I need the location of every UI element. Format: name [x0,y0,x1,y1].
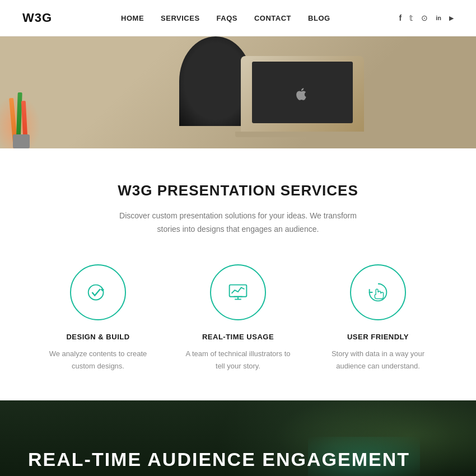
services-section: W3G PRESENTATION SERVICES Discover custo… [0,148,476,400]
services-cards: DESIGN & BUILD We analyze contents to cr… [22,264,454,372]
nav-item-home[interactable]: HOME [121,13,144,23]
nav-item-services[interactable]: SERVICES [161,13,200,23]
banner-title: REAL-TIME AUDIENCE ENGAGEMENT [28,449,410,470]
logo[interactable]: W3G [22,11,52,25]
nav-item-faqs[interactable]: FAQS [217,13,237,23]
service-card-user-friendly: USER FRIENDLY Story with data in a way y… [325,264,431,372]
laptop-base [235,132,370,137]
realtime-icon-circle [210,264,266,320]
design-build-icon [85,279,111,305]
nav-item-blog[interactable]: BLOG [308,13,330,23]
design-build-desc: We analyze contents to create custom des… [45,348,151,372]
twitter-icon[interactable]: 𝕥 [409,13,413,22]
svg-point-0 [88,284,104,300]
design-build-title: DESIGN & BUILD [66,333,129,341]
realtime-usage-icon [225,279,251,305]
nav-links: HOME SERVICES FAQS CONTACT BLOG [121,13,330,23]
facebook-icon[interactable]: f [399,13,402,22]
navigation: W3G HOME SERVICES FAQS CONTACT BLOG f 𝕥 … [0,0,476,36]
nav-link-contact[interactable]: CONTACT [254,14,291,22]
user-friendly-icon-circle [350,264,406,320]
service-card-design-build: DESIGN & BUILD We analyze contents to cr… [45,264,151,372]
user-friendly-icon [365,279,391,305]
user-friendly-desc: Story with data in a way your audience c… [325,348,431,372]
youtube-icon[interactable]: ▶ [449,15,454,22]
services-description: Discover custom presentation solutions f… [109,209,367,236]
apple-logo-icon [294,87,309,101]
pencils-decoration [8,81,36,148]
instagram-icon[interactable]: ⊙ [421,13,428,22]
service-card-realtime: REAL-TIME USAGE A team of technical illu… [185,264,291,372]
linkedin-icon[interactable]: in [436,15,441,21]
nav-item-contact[interactable]: CONTACT [254,13,291,23]
laptop-body [241,56,364,137]
services-title: W3G PRESENTATION SERVICES [22,182,454,199]
user-friendly-title: USER FRIENDLY [347,333,409,341]
nav-link-faqs[interactable]: FAQS [217,14,237,22]
svg-rect-3 [230,284,247,296]
design-build-icon-circle [70,264,126,320]
nav-link-blog[interactable]: BLOG [308,14,330,22]
hero-section [0,36,476,148]
laptop-decoration [241,48,364,137]
nav-link-home[interactable]: HOME [121,14,144,22]
realtime-desc: A team of technical illustrators to tell… [185,348,291,372]
social-icons: f 𝕥 ⊙ in ▶ [399,13,454,22]
bottom-banner: REAL-TIME AUDIENCE ENGAGEMENT [0,400,476,476]
nav-link-services[interactable]: SERVICES [161,14,200,22]
realtime-title: REAL-TIME USAGE [202,333,274,341]
